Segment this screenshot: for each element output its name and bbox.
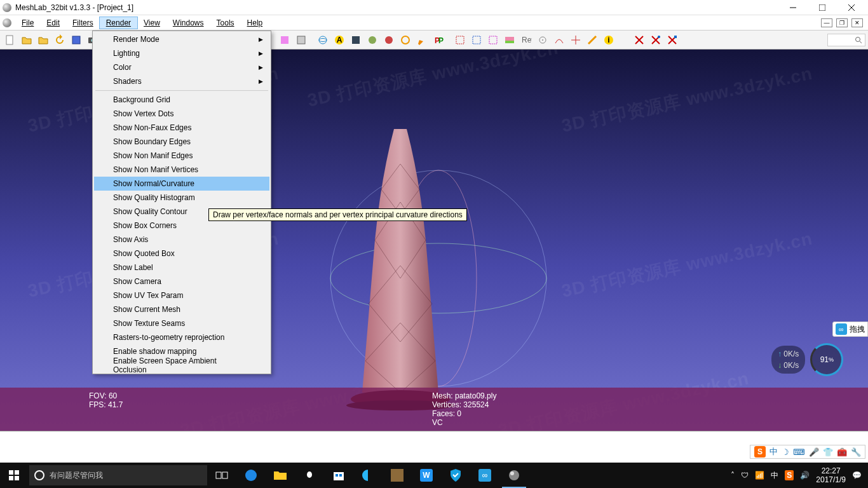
- app-brown-icon[interactable]: [383, 463, 412, 488]
- backface-icon[interactable]: [277, 32, 292, 48]
- delete-vert-icon[interactable]: [632, 32, 647, 48]
- ime-zh[interactable]: 中: [770, 446, 778, 458]
- menu-rasters-to-geometry-reprojection[interactable]: Rasters-to-geometry reprojection: [94, 330, 269, 344]
- tray-shield-icon[interactable]: 🛡: [741, 471, 749, 480]
- menu-filters[interactable]: Filters: [66, 17, 100, 29]
- ime-mic-icon[interactable]: 🎤: [809, 447, 819, 457]
- store-icon[interactable]: [324, 463, 353, 488]
- netspeed-overlay[interactable]: ↑ 0K/s ↓ 0K/s 91%: [771, 342, 860, 377]
- log-bar[interactable]: [0, 431, 868, 444]
- aotex-icon[interactable]: [365, 32, 380, 48]
- menu-show-current-mesh[interactable]: Show Current Mesh: [94, 302, 269, 316]
- import-mesh-icon[interactable]: [36, 32, 51, 48]
- menu-show-non-manif-edges[interactable]: Show Non Manif Edges: [94, 149, 269, 163]
- mdi-minimize[interactable]: —: [821, 18, 832, 27]
- explorer-icon[interactable]: [266, 463, 295, 488]
- measure-icon[interactable]: [585, 32, 600, 48]
- select-vert-icon[interactable]: [452, 32, 468, 48]
- new-project-icon[interactable]: [3, 32, 18, 48]
- ime-toolbar[interactable]: S 中 ☽ ⌨ 🎤 👕 🧰 🔧: [750, 445, 865, 459]
- decorate1-icon[interactable]: [381, 32, 397, 48]
- menu-lighting[interactable]: Lighting▶: [94, 46, 269, 60]
- tray-sogou-icon[interactable]: S: [785, 470, 794, 480]
- a-icon[interactable]: A: [332, 32, 347, 48]
- svg-rect-61: [334, 472, 344, 480]
- tray-clock[interactable]: 22:27 2017/1/9: [816, 466, 846, 485]
- menu-show-uv-tex-param[interactable]: Show UV Tex Param: [94, 288, 269, 302]
- menu-render[interactable]: Render: [100, 17, 137, 29]
- menu-file[interactable]: File: [15, 17, 40, 29]
- manip-icon[interactable]: [568, 32, 583, 48]
- menu-show-axis[interactable]: Show Axis: [94, 233, 269, 247]
- menu-tools[interactable]: Tools: [210, 17, 241, 29]
- mdi-restore[interactable]: ❐: [836, 18, 848, 27]
- tray-notifications-icon[interactable]: 💬: [852, 471, 862, 480]
- start-button[interactable]: [0, 463, 28, 488]
- ime-skin-icon[interactable]: 👕: [823, 447, 833, 457]
- ime-keyboard-icon[interactable]: ⌨: [793, 447, 805, 457]
- menu-shaders[interactable]: Shaders▶: [94, 74, 269, 88]
- svg-point-70: [509, 470, 519, 480]
- menu-show-normal-curvature[interactable]: Show Normal/Curvature: [94, 177, 269, 191]
- menu-show-non-faux-edges[interactable]: Show Non-Faux Edges: [94, 121, 269, 135]
- menu-show-camera[interactable]: Show Camera: [94, 274, 269, 288]
- menu-render-mode[interactable]: Render Mode▶: [94, 32, 269, 46]
- measure-ref-icon[interactable]: Ref: [519, 32, 534, 48]
- ime-settings-icon[interactable]: 🔧: [851, 447, 861, 457]
- select-face-icon[interactable]: [469, 32, 484, 48]
- taskview-icon[interactable]: [207, 463, 236, 488]
- menu-show-label[interactable]: Show Label: [94, 261, 269, 274]
- menu-show-non-manif-vertices[interactable]: Show Non Manif Vertices: [94, 163, 269, 177]
- close-button[interactable]: [843, 1, 860, 14]
- menu-enable-screen-space-ambient-occlusion[interactable]: Enable Screen Space Ambient Occlusion: [94, 358, 269, 372]
- tray-ime-icon[interactable]: 中: [771, 470, 778, 481]
- cloud-icon[interactable]: ∞: [470, 463, 499, 488]
- sogou-icon[interactable]: S: [754, 446, 766, 458]
- tray-wifi-icon[interactable]: 📶: [755, 471, 764, 480]
- doubleside-icon[interactable]: [294, 32, 309, 48]
- edge-icon[interactable]: [236, 463, 266, 488]
- tencent-mgr-icon[interactable]: [441, 463, 470, 488]
- export-mesh-icon[interactable]: [69, 32, 84, 48]
- cura-icon[interactable]: [353, 463, 383, 488]
- delete-facevert-icon[interactable]: [665, 32, 680, 48]
- meshlab-taskbar-icon[interactable]: [499, 463, 529, 488]
- open-project-icon[interactable]: [19, 32, 34, 48]
- menu-color[interactable]: Color▶: [94, 60, 269, 74]
- align-icon[interactable]: [535, 32, 550, 48]
- tray-volume-icon[interactable]: 🔊: [800, 471, 810, 480]
- globe-icon[interactable]: [315, 32, 330, 48]
- select-conn-icon[interactable]: [485, 32, 501, 48]
- mdi-close[interactable]: ✕: [851, 18, 863, 27]
- menu-view[interactable]: View: [137, 17, 166, 29]
- window-controls: [784, 1, 865, 14]
- menu-background-grid[interactable]: Background Grid: [94, 93, 269, 107]
- menu-help[interactable]: Help: [241, 17, 269, 29]
- wps-icon[interactable]: W: [412, 463, 441, 488]
- taskbar-search[interactable]: 有问题尽管问我: [29, 465, 207, 485]
- menu-show-vertex-dots[interactable]: Show Vertex Dots: [94, 107, 269, 121]
- menu-show-texture-seams[interactable]: Show Texture Seams: [94, 316, 269, 330]
- painter-icon[interactable]: [502, 32, 517, 48]
- arc3d-icon[interactable]: [552, 32, 567, 48]
- menu-show-quality-histogram[interactable]: Show Quality Histogram: [94, 191, 269, 205]
- ime-toolbox-icon[interactable]: 🧰: [837, 447, 847, 457]
- menu-windows[interactable]: Windows: [166, 17, 210, 29]
- delete-face-icon[interactable]: [648, 32, 663, 48]
- pp-icon[interactable]: PP: [431, 32, 446, 48]
- maximize-button[interactable]: [813, 1, 831, 14]
- reload-icon[interactable]: [52, 32, 67, 48]
- minimize-button[interactable]: [784, 1, 802, 14]
- qq-icon[interactable]: [295, 463, 324, 488]
- ime-moon-icon[interactable]: ☽: [782, 447, 789, 457]
- raster-icon[interactable]: [348, 32, 363, 48]
- decorate2-icon[interactable]: [398, 32, 413, 48]
- info-icon[interactable]: i: [601, 32, 616, 48]
- share-overlay[interactable]: ∞ 拖拽: [832, 322, 868, 337]
- toolbar-search[interactable]: [827, 34, 865, 46]
- tray-chevron-icon[interactable]: ˄: [731, 471, 735, 480]
- edit-paint-icon[interactable]: [414, 32, 430, 48]
- menu-show-boundary-edges[interactable]: Show Boundary Edges: [94, 135, 269, 149]
- menu-show-quoted-box[interactable]: Show Quoted Box: [94, 247, 269, 261]
- menu-edit[interactable]: Edit: [40, 17, 66, 29]
